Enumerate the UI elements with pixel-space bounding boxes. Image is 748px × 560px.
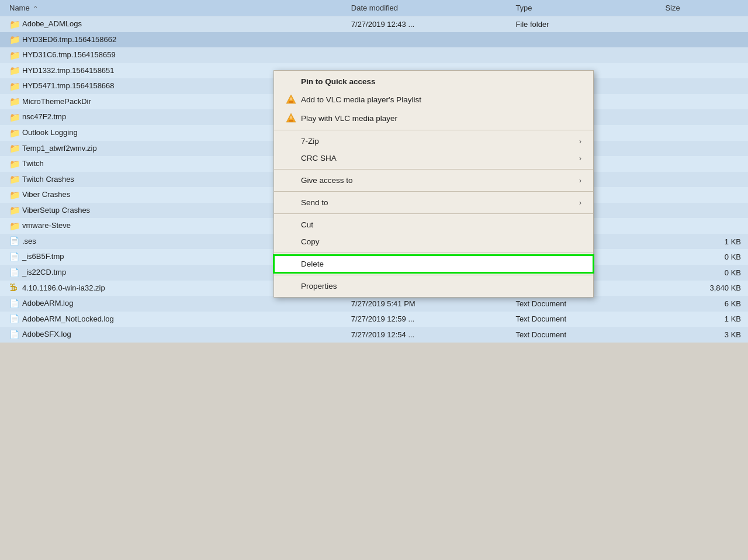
file-size-cell xyxy=(658,32,748,48)
file-name: _is6B5F.tmp xyxy=(22,252,64,261)
file-date-cell: 7/27/2019 5:41 PM xyxy=(344,296,509,312)
file-icon: 📄 xyxy=(9,252,19,261)
file-date-cell: 7/27/2019 12:59 ... xyxy=(344,312,509,327)
file-name-cell: 📄AdobeARM_NotLocked.log xyxy=(0,312,344,327)
file-name-cell: 📁HYD3ED6.tmp.1564158662 xyxy=(0,32,344,48)
table-row[interactable]: 📄AdobeARM_NotLocked.log 7/27/2019 12:59 … xyxy=(0,312,748,327)
table-row[interactable]: 📁Adobe_ADMLogs 7/27/2019 12:43 ... File … xyxy=(0,16,748,32)
file-size-cell xyxy=(658,141,748,157)
file-name: HYD5471.tmp.1564158668 xyxy=(22,81,115,90)
folder-icon: 📁 xyxy=(9,34,19,44)
folder-icon: 📁 xyxy=(9,112,19,122)
folder-icon: 📁 xyxy=(9,65,19,75)
file-name: ViberSetup Crashes xyxy=(22,206,90,215)
submenu-arrow-icon: › xyxy=(579,199,581,207)
submenu-arrow-icon: › xyxy=(579,137,581,146)
menu-item-label: Pin to Quick access xyxy=(301,77,376,86)
file-date-cell xyxy=(344,47,509,63)
col-header-type[interactable]: Type xyxy=(508,0,658,16)
context-menu-item-give_access[interactable]: Give access to › xyxy=(274,172,593,189)
file-name: HYD3ED6.tmp.1564158662 xyxy=(22,35,116,44)
menu-separator xyxy=(274,191,593,192)
menu-item-content: Send to xyxy=(286,198,328,207)
context-menu-item-delete[interactable]: Delete xyxy=(274,255,593,272)
col-header-date[interactable]: Date modified xyxy=(344,0,509,16)
file-date-cell xyxy=(344,32,509,48)
menu-item-content: Cut xyxy=(286,220,313,229)
file-name: MicroThemePackDir xyxy=(22,97,91,106)
sort-arrow-icon: ^ xyxy=(34,5,37,12)
file-name: Twitch Crashes xyxy=(22,175,74,184)
file-type-cell xyxy=(508,47,658,63)
context-menu: Pin to Quick access Add to VLC media pla… xyxy=(273,70,594,298)
file-name-cell: 📁Adobe_ADMLogs xyxy=(0,16,344,32)
menu-item-content: CRC SHA xyxy=(286,154,337,163)
folder-icon: 📁 xyxy=(9,174,19,184)
file-name: AdobeSFX.log xyxy=(22,330,71,338)
file-name: _is22CD.tmp xyxy=(22,268,66,276)
menu-item-content: Add to VLC media player's Playlist xyxy=(286,94,421,105)
menu-item-content: Properties xyxy=(286,282,337,291)
folder-icon: 📁 xyxy=(9,81,19,91)
file-icon: 📄 xyxy=(9,314,19,323)
menu-separator xyxy=(274,130,593,130)
menu-item-content: Copy xyxy=(286,237,320,246)
svg-point-5 xyxy=(290,116,292,119)
file-icon: 📄 xyxy=(9,236,19,246)
context-menu-item-send_to[interactable]: Send to › xyxy=(274,194,593,211)
col-header-size[interactable]: Size xyxy=(658,0,748,16)
table-row[interactable]: 📁HYD3ED6.tmp.1564158662 xyxy=(0,32,748,48)
column-header-row: Name ^ Date modified Type Size xyxy=(0,0,748,16)
folder-icon: 📁 xyxy=(9,143,19,153)
file-name-cell: 📄AdobeSFX.log xyxy=(0,327,344,343)
file-icon: 📄 xyxy=(9,299,19,308)
file-name: HYD31C6.tmp.1564158659 xyxy=(22,50,116,59)
menu-item-label: Properties xyxy=(301,282,337,291)
file-type-cell: Text Document xyxy=(508,296,658,312)
file-name: Outlook Logging xyxy=(22,128,78,137)
file-size-cell: 0 KB xyxy=(658,249,748,265)
file-size-cell: 6 KB xyxy=(658,296,748,312)
file-size-cell xyxy=(658,47,748,63)
table-row[interactable]: 📄AdobeARM.log 7/27/2019 5:41 PM Text Doc… xyxy=(0,296,748,312)
context-menu-item-vlc_play[interactable]: Play with VLC media player xyxy=(274,109,593,127)
svg-rect-4 xyxy=(289,120,293,122)
folder-icon: 📁 xyxy=(9,190,19,199)
table-row[interactable]: 📁HYD31C6.tmp.1564158659 xyxy=(0,47,748,63)
context-menu-item-properties[interactable]: Properties xyxy=(274,278,593,295)
col-header-name[interactable]: Name ^ xyxy=(0,0,344,16)
file-size-cell xyxy=(658,63,748,79)
vlc-icon xyxy=(286,113,296,123)
menu-item-label: Send to xyxy=(301,198,328,207)
context-menu-item-crc_sha[interactable]: CRC SHA › xyxy=(274,150,593,167)
file-type-cell xyxy=(508,32,658,48)
file-icon: 📄 xyxy=(9,268,19,277)
file-name: 4.10.1196.0-win-ia32.zip xyxy=(22,284,105,292)
context-menu-item-pin[interactable]: Pin to Quick access xyxy=(274,73,593,90)
menu-item-label: Add to VLC media player's Playlist xyxy=(301,95,421,104)
submenu-arrow-icon: › xyxy=(579,154,581,163)
menu-item-content: 7-Zip xyxy=(286,137,319,146)
context-menu-item-vlc_playlist[interactable]: Add to VLC media player's Playlist xyxy=(274,90,593,109)
file-type-cell: Text Document xyxy=(508,327,658,343)
menu-separator xyxy=(274,275,593,275)
file-name: AdobeARM_NotLocked.log xyxy=(22,314,114,323)
context-menu-item-copy[interactable]: Copy xyxy=(274,233,593,250)
file-size-cell: 0 KB xyxy=(658,265,748,281)
file-size-cell xyxy=(658,203,748,219)
file-icon: 📄 xyxy=(9,330,19,339)
vlc-icon xyxy=(286,94,296,105)
context-menu-item-7zip[interactable]: 7-Zip › xyxy=(274,133,593,150)
table-row[interactable]: 📄AdobeSFX.log 7/27/2019 12:54 ... Text D… xyxy=(0,327,748,343)
file-size-cell: 1 KB xyxy=(658,312,748,327)
file-size-cell xyxy=(658,109,748,125)
file-name: Twitch xyxy=(22,159,44,168)
file-name-cell: 📁HYD31C6.tmp.1564158659 xyxy=(0,47,344,63)
file-size-cell: 1 KB xyxy=(658,234,748,250)
file-size-cell xyxy=(658,187,748,203)
file-size-cell: 3,840 KB xyxy=(658,281,748,296)
menu-item-label: Delete xyxy=(301,260,324,268)
context-menu-item-cut[interactable]: Cut xyxy=(274,216,593,233)
folder-icon: 📁 xyxy=(9,221,19,230)
file-date-cell: 7/27/2019 12:54 ... xyxy=(344,327,509,343)
